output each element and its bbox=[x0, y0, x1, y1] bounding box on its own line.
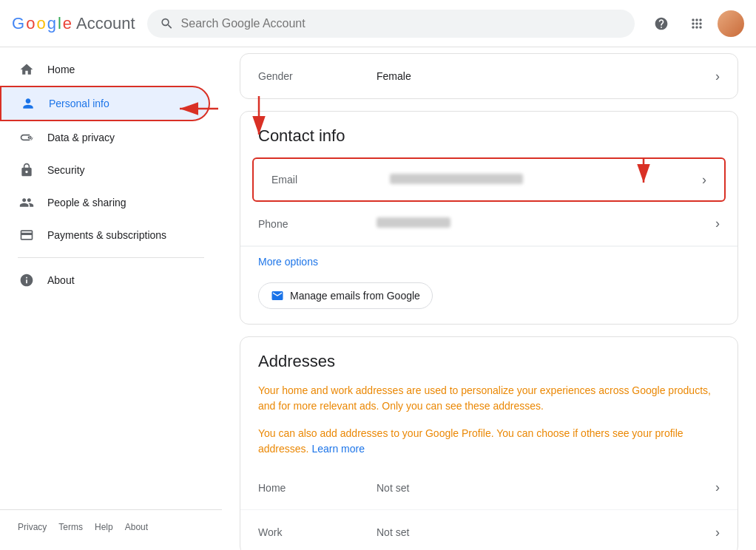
sidebar-item-about[interactable]: About bbox=[0, 264, 210, 296]
header-title: Account bbox=[76, 14, 135, 33]
sidebar-item-security[interactable]: Security bbox=[0, 154, 210, 186]
apps-icon bbox=[689, 16, 704, 31]
home-address-value: Not set bbox=[377, 482, 709, 494]
header-actions bbox=[647, 9, 744, 38]
learn-more-link[interactable]: Learn more bbox=[311, 443, 365, 455]
email-value bbox=[390, 174, 696, 186]
header: Google Account bbox=[0, 0, 756, 47]
main-content: Gender Female › Contact info Email › bbox=[222, 47, 756, 550]
gender-label: Gender bbox=[258, 70, 377, 82]
manage-emails-label: Manage emails from Google bbox=[290, 290, 420, 302]
help-button[interactable] bbox=[647, 9, 676, 38]
footer-about[interactable]: About bbox=[125, 522, 148, 532]
layout: Home Personal info Data & privacy Securi… bbox=[0, 47, 756, 550]
email-blurred bbox=[390, 174, 523, 184]
lock-icon bbox=[18, 163, 36, 177]
sidebar-item-home[interactable]: Home bbox=[0, 53, 210, 86]
gender-card: Gender Female › bbox=[240, 53, 738, 99]
phone-label: Phone bbox=[258, 218, 377, 230]
search-input[interactable] bbox=[181, 17, 622, 30]
card-icon bbox=[18, 228, 36, 242]
apps-button[interactable] bbox=[682, 9, 712, 38]
gender-value: Female bbox=[377, 70, 709, 82]
home-address-row[interactable]: Home Not set › bbox=[240, 466, 738, 510]
addresses-card: Addresses Your home and work addresses a… bbox=[240, 336, 738, 550]
addresses-description2: You can also add addresses to your Googl… bbox=[240, 423, 738, 466]
gender-chevron: › bbox=[715, 69, 720, 84]
email-label: Email bbox=[271, 174, 390, 186]
contact-info-title: Contact info bbox=[240, 112, 738, 155]
work-address-chevron: › bbox=[715, 525, 720, 540]
avatar[interactable] bbox=[718, 10, 744, 37]
home-address-chevron: › bbox=[715, 480, 720, 495]
google-logo: Google Account bbox=[12, 14, 135, 33]
toggle-icon bbox=[18, 130, 36, 145]
sidebar-item-personal-info[interactable]: Personal info bbox=[0, 86, 210, 121]
contact-info-card: Contact info Email › Phone › bbox=[240, 111, 738, 325]
work-address-value: Not set bbox=[377, 526, 709, 538]
manage-emails-button[interactable]: Manage emails from Google bbox=[258, 282, 433, 309]
search-icon bbox=[160, 16, 174, 31]
email-icon bbox=[271, 289, 284, 302]
phone-blurred bbox=[377, 217, 450, 228]
phone-row[interactable]: Phone › bbox=[240, 202, 738, 246]
sidebar: Home Personal info Data & privacy Securi… bbox=[0, 47, 222, 550]
work-address-row[interactable]: Work Not set › bbox=[240, 510, 738, 550]
addresses-description1: Your home and work addresses are used to… bbox=[240, 380, 738, 423]
footer-terms[interactable]: Terms bbox=[58, 522, 83, 532]
phone-value bbox=[377, 217, 709, 230]
help-icon bbox=[654, 16, 669, 31]
sidebar-item-payments[interactable]: Payments & subscriptions bbox=[0, 219, 210, 251]
people-icon bbox=[18, 195, 36, 210]
footer-privacy[interactable]: Privacy bbox=[18, 522, 47, 532]
person-icon bbox=[19, 96, 37, 111]
search-bar bbox=[147, 10, 635, 38]
email-row[interactable]: Email › bbox=[252, 157, 726, 202]
sidebar-item-people-sharing[interactable]: People & sharing bbox=[0, 186, 210, 219]
addresses-title: Addresses bbox=[240, 337, 738, 380]
home-address-label: Home bbox=[258, 482, 377, 494]
phone-chevron: › bbox=[715, 216, 720, 231]
email-chevron: › bbox=[702, 172, 706, 188]
sidebar-footer: Privacy Terms Help About bbox=[0, 509, 222, 544]
sidebar-item-data-privacy[interactable]: Data & privacy bbox=[0, 121, 210, 154]
footer-help[interactable]: Help bbox=[95, 522, 113, 532]
info-icon bbox=[18, 273, 36, 288]
more-options-link[interactable]: More options bbox=[240, 250, 336, 279]
gender-row[interactable]: Gender Female › bbox=[240, 54, 738, 98]
work-address-label: Work bbox=[258, 526, 377, 538]
home-icon bbox=[18, 62, 36, 77]
